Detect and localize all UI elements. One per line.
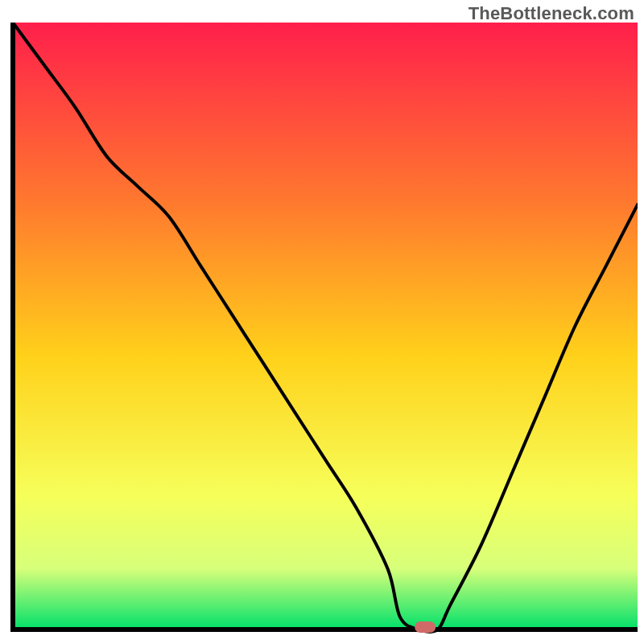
bottleneck-chart <box>8 23 638 636</box>
chart-container: TheBottleneck.com <box>0 0 644 644</box>
watermark-label: TheBottleneck.com <box>469 3 634 24</box>
optimal-marker <box>415 621 436 633</box>
gradient-background <box>13 23 638 630</box>
